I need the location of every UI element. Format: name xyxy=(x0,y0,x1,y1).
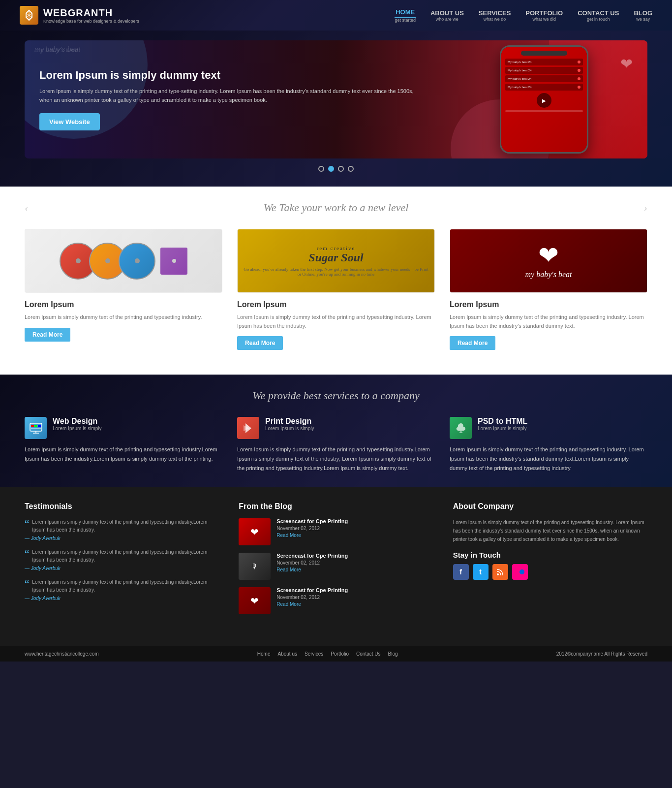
hero-section: my baby's beat Lorem Ipsum is simply dum… xyxy=(0,31,672,187)
portfolio-item-1: Lorem Ipsum Lorem Ipsum is simply dummy … xyxy=(25,229,222,350)
flickr-icon[interactable] xyxy=(512,564,528,580)
brand-name: WEBGRANTH xyxy=(43,7,139,19)
service-header-2: Print Design Lorem Ipsum is simply xyxy=(237,417,435,439)
testimonial-1: Lorem Ipsum is simply dummy text of the … xyxy=(25,518,219,541)
slider-dot-4[interactable] xyxy=(348,166,354,172)
main-nav: HOME get started ABOUT US who are we SER… xyxy=(395,8,652,23)
portfolio-item-2: rem creative Sugar Soul Go ahead, you've… xyxy=(237,229,435,350)
blog-info-1: Screencast for Cpe Printing November 02,… xyxy=(276,518,348,545)
testimonial-text-1: Lorem Ipsum is simply dummy text of the … xyxy=(25,518,219,534)
hero-content: my baby's beat Lorem Ipsum is simply dum… xyxy=(25,40,441,158)
footer-nav-portfolio[interactable]: Portfolio xyxy=(331,651,349,657)
blog-post-title-1: Screencast for Cpe Printing xyxy=(276,518,348,524)
service-item-3: PSD to HTML Lorem Ipsum is simply Lorem … xyxy=(450,417,647,473)
nav-services[interactable]: SERVICES what we do xyxy=(479,9,511,22)
portfolio-image-1 xyxy=(25,229,222,293)
blog-item-1: ❤ Screencast for Cpe Printing November 0… xyxy=(239,518,433,545)
read-more-button-1[interactable]: Read More xyxy=(25,328,70,342)
services-section: We provide best services to a company xyxy=(0,375,672,487)
logo: WEBGRANTH Knowledge base for web designe… xyxy=(20,6,139,25)
portfolio-section: We Take your work to a new level xyxy=(0,187,672,375)
testimonial-2: Lorem Ipsum is simply dummy text of the … xyxy=(25,548,219,571)
service-desc-2: Lorem Ipsum is simply dummy text of the … xyxy=(237,445,435,473)
blog-read-more-1[interactable]: Read More xyxy=(276,533,348,538)
hero-description: Lorem Ipsum is simply dummy text of the … xyxy=(39,87,426,104)
portfolio-image-2: rem creative Sugar Soul Go ahead, you've… xyxy=(237,229,435,293)
portfolio-tagline: We Take your work to a new level xyxy=(25,201,647,214)
footer-section: Testimonials Lorem Ipsum is simply dummy… xyxy=(0,487,672,646)
print-design-icon xyxy=(237,417,259,439)
testimonials-title: Testimonials xyxy=(25,502,219,511)
slider-dot-2[interactable] xyxy=(328,166,334,172)
portfolio-title-2: Lorem Ipsum xyxy=(237,300,435,309)
blog-item-3: ❤ Screencast for Cpe Printing November 0… xyxy=(239,587,433,614)
service-header-3: PSD to HTML Lorem Ipsum is simply xyxy=(450,417,647,439)
play-button[interactable]: ▶ xyxy=(537,93,551,108)
slider-dots xyxy=(25,166,647,172)
nav-blog[interactable]: BLOG we say xyxy=(634,9,652,22)
portfolio-title-1: Lorem Ipsum xyxy=(25,300,222,309)
twitter-icon[interactable]: t xyxy=(473,564,489,580)
services-grid: Web Design Lorem Ipsum is simply Lorem I… xyxy=(25,417,647,473)
read-more-button-2[interactable]: Read More xyxy=(237,336,283,350)
service-item-1: Web Design Lorem Ipsum is simply Lorem I… xyxy=(25,417,222,473)
slider-dot-1[interactable] xyxy=(318,166,324,172)
hero-visual: My baby's beat 24 My baby's beat 24 My b… xyxy=(441,40,647,158)
footer-nav-blog[interactable]: Blog xyxy=(388,651,398,657)
logo-tagline: Knowledge base for web designers & devel… xyxy=(43,19,139,24)
testimonial-author-3: — Jody Averbuk xyxy=(25,596,219,601)
about-text: Lorem Ipsum is simply dummy text of the … xyxy=(453,518,647,543)
svg-rect-4 xyxy=(31,428,41,429)
psd-html-icon xyxy=(450,417,472,439)
nav-home[interactable]: HOME get started xyxy=(395,8,416,23)
svg-rect-3 xyxy=(38,425,41,427)
portfolio-desc-3: Lorem Ipsum is simply dummy text of the … xyxy=(450,313,647,330)
facebook-icon[interactable]: f xyxy=(453,564,469,580)
testimonial-text-3: Lorem Ipsum is simply dummy text of the … xyxy=(25,578,219,594)
hero-cta-button[interactable]: View Website xyxy=(39,113,100,130)
footer-bottom: www.heritagechristiancollege.com Home Ab… xyxy=(0,646,672,662)
svg-point-9 xyxy=(519,569,524,574)
nav-about[interactable]: ABOUT US who are we xyxy=(430,9,464,22)
rss-icon[interactable] xyxy=(492,564,508,580)
phone-screen: My baby's beat 24 My baby's beat 24 My b… xyxy=(501,47,587,152)
testimonial-3: Lorem Ipsum is simply dummy text of the … xyxy=(25,578,219,601)
service-desc-1: Lorem Ipsum is simply dummy text of the … xyxy=(25,445,222,463)
blog-info-2: Screencast for Cpe Printing November 02,… xyxy=(276,553,348,580)
footer-nav-home[interactable]: Home xyxy=(257,651,271,657)
svg-rect-2 xyxy=(34,425,37,427)
portfolio-title-3: Lorem Ipsum xyxy=(450,300,647,309)
footer-grid: Testimonials Lorem Ipsum is simply dummy… xyxy=(25,502,647,622)
portfolio-grid: Lorem Ipsum Lorem Ipsum is simply dummy … xyxy=(25,229,647,350)
service-desc-3: Lorem Ipsum is simply dummy text of the … xyxy=(450,445,647,473)
footer-copyright: 2012©companyname All Rights Reserved xyxy=(556,651,647,657)
hero-slider: my baby's beat Lorem Ipsum is simply dum… xyxy=(25,40,647,158)
nav-contact[interactable]: CONTACT US get in touch xyxy=(578,9,619,22)
stay-in-touch-title: Stay in Touch xyxy=(453,551,647,559)
blog-read-more-2[interactable]: Read More xyxy=(276,567,348,572)
read-more-button-3[interactable]: Read More xyxy=(450,336,495,350)
testimonial-author-1: — Jody Averbuk xyxy=(25,536,219,541)
blog-date-1: November 02, 2012 xyxy=(276,526,348,531)
blog-read-more-3[interactable]: Read More xyxy=(276,601,348,607)
testimonials-column: Testimonials Lorem Ipsum is simply dummy… xyxy=(25,502,219,622)
logo-icon xyxy=(20,6,38,25)
blog-post-title-2: Screencast for Cpe Printing xyxy=(276,553,348,559)
phone-mockup: My baby's beat 24 My baby's beat 24 My b… xyxy=(500,45,588,154)
footer-url: www.heritagechristiancollege.com xyxy=(25,651,99,657)
footer-nav-about[interactable]: About us xyxy=(278,651,297,657)
footer-nav-services[interactable]: Services xyxy=(305,651,323,657)
portfolio-image-3: ❤ my baby's beat xyxy=(450,229,647,293)
blog-thumb-3: ❤ xyxy=(239,587,271,614)
about-column: About Company Lorem Ipsum is simply dumm… xyxy=(453,502,647,622)
blog-column: From the Blog ❤ Screencast for Cpe Print… xyxy=(239,502,433,622)
nav-portfolio[interactable]: PORTFOLIO what we did xyxy=(525,9,563,22)
testimonial-author-2: — Jody Averbuk xyxy=(25,566,219,571)
blog-thumb-1: ❤ xyxy=(239,518,271,545)
blog-info-3: Screencast for Cpe Printing November 02,… xyxy=(276,587,348,614)
services-tagline: We provide best services to a company xyxy=(25,389,647,402)
service-item-2: Print Design Lorem Ipsum is simply Lorem… xyxy=(237,417,435,473)
slider-dot-3[interactable] xyxy=(338,166,344,172)
footer-bottom-nav: Home About us Services Portfolio Contact… xyxy=(257,651,398,657)
footer-nav-contact[interactable]: Contact Us xyxy=(356,651,380,657)
